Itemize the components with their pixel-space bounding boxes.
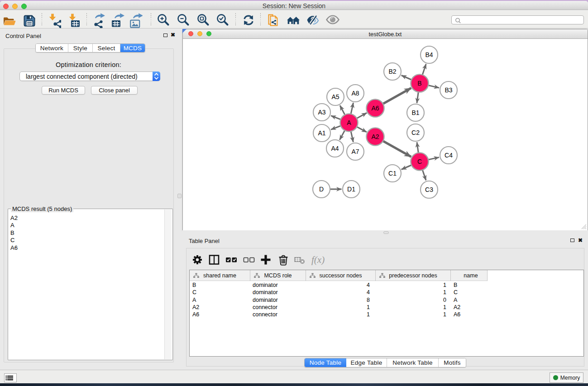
- svg-text:B: B: [417, 80, 421, 87]
- svg-text:A7: A7: [351, 148, 359, 155]
- svg-text:B3: B3: [445, 86, 452, 94]
- svg-text:A: A: [347, 119, 351, 126]
- svg-text:C1: C1: [388, 170, 397, 177]
- svg-text:A6: A6: [371, 105, 379, 112]
- svg-text:B4: B4: [425, 51, 433, 58]
- svg-text:D1: D1: [347, 186, 355, 193]
- svg-text:A3: A3: [318, 109, 325, 116]
- svg-text:C3: C3: [425, 186, 433, 193]
- svg-text:C4: C4: [445, 152, 453, 159]
- svg-text:C2: C2: [411, 129, 420, 136]
- svg-text:A8: A8: [351, 90, 359, 97]
- svg-text:f(x): f(x): [311, 254, 325, 265]
- svg-text:B1: B1: [411, 109, 419, 116]
- svg-text:A4: A4: [331, 145, 339, 152]
- svg-text:B2: B2: [388, 68, 396, 75]
- svg-text:A1: A1: [318, 129, 325, 137]
- svg-text:D: D: [319, 186, 324, 193]
- svg-text:A5: A5: [331, 93, 339, 100]
- svg-text:A2: A2: [371, 133, 379, 140]
- svg-text:C: C: [417, 158, 422, 165]
